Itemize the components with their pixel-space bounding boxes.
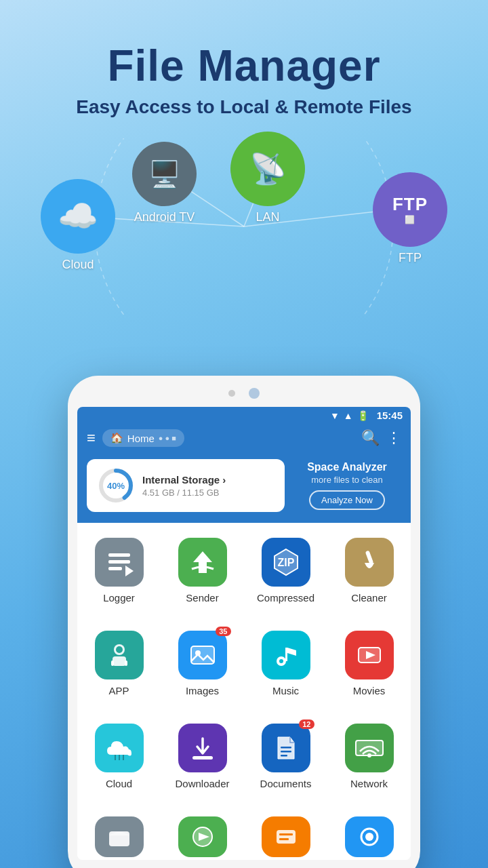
downloader-label: Downloader [175, 778, 229, 789]
home-pill[interactable]: 🏠 Home ● ● ■ [102, 429, 184, 447]
svg-rect-26 [281, 747, 291, 749]
battery-icon: 🔋 [357, 410, 369, 421]
header-section: File Manager Easy Access to Local & Remo… [0, 0, 488, 132]
lan-circle: 📡 [230, 132, 305, 206]
app-item-partial4[interactable] [327, 808, 411, 860]
app-item-cloud2[interactable]: Cloud [77, 715, 161, 795]
svg-point-21 [279, 659, 283, 663]
tv-circle: 🖥️ [132, 142, 197, 206]
app-item-music[interactable]: Music [244, 623, 327, 702]
logger-icon [95, 538, 144, 587]
app-item-app[interactable]: APP [77, 623, 161, 702]
svg-marker-10 [125, 566, 134, 576]
app-item-logger[interactable]: Logger [77, 530, 161, 609]
ftp-circle: FTP ⬜ [373, 172, 447, 247]
phone-sensor [228, 390, 235, 397]
tv-label: Android TV [134, 210, 195, 224]
svg-point-14 [116, 646, 123, 653]
app-item-network[interactable]: Network [327, 715, 411, 795]
storage-section: 40% Internal Storage › 4.51 GB / 11.15 G… [77, 452, 411, 523]
app-item-documents[interactable]: 12 Documents [244, 715, 327, 795]
sender-label: Sender [186, 592, 218, 604]
app-item-partial2[interactable] [161, 808, 244, 860]
images-badge: 35 [216, 627, 230, 636]
app-title: File Manager [0, 41, 488, 91]
storage-donut: 40% [98, 467, 134, 504]
svg-rect-18 [191, 646, 214, 664]
phone-mockup: ▼ ▲ 🔋 15:45 ≡ 🏠 Home ● ● ■ 🔍 ⋮ [68, 376, 420, 868]
app-item-cleaner[interactable]: Cleaner [327, 530, 411, 609]
app-item-images[interactable]: 35 Images [161, 623, 244, 702]
svg-rect-36 [279, 838, 289, 840]
cleaner-label: Cleaner [351, 592, 387, 604]
ftp-icon-btn[interactable]: FTP ⬜ FTP [373, 172, 447, 265]
app-toolbar: ≡ 🏠 Home ● ● ■ 🔍 ⋮ [77, 424, 411, 452]
space-analyzer: Space Analyzer more files to clean Analy… [293, 459, 401, 512]
phone-outer: ▼ ▲ 🔋 15:45 ≡ 🏠 Home ● ● ■ 🔍 ⋮ [68, 376, 420, 868]
signal-icon: ▲ [344, 410, 353, 421]
svg-rect-34 [277, 830, 296, 844]
time-display: 15:45 [377, 410, 403, 421]
lan-icon-btn[interactable]: 📡 LAN [230, 132, 305, 224]
sender-icon [178, 538, 227, 587]
app-item-compressed[interactable]: ZIP Compressed [244, 530, 327, 609]
app-grid-row1: Logger Sender [77, 523, 411, 616]
music-icon [262, 631, 310, 679]
app-item-partial3[interactable] [244, 808, 327, 860]
svg-rect-9 [108, 567, 122, 570]
analyze-now-button[interactable]: Analyze Now [309, 490, 385, 510]
svg-rect-28 [281, 755, 287, 757]
svg-rect-12 [365, 551, 373, 565]
phone-top-bar [77, 388, 411, 399]
images-icon: 35 [178, 631, 227, 679]
storage-size: 4.51 GB / 11.15 GB [142, 488, 226, 498]
documents-icon: 12 [262, 724, 310, 772]
music-label: Music [272, 685, 299, 696]
android-tv-icon-btn[interactable]: 🖥️ Android TV [132, 142, 197, 224]
sa-sub: more files to clean [311, 475, 383, 485]
compressed-icon: ZIP [262, 538, 310, 587]
app-item-sender[interactable]: Sender [161, 530, 244, 609]
menu-icon[interactable]: ≡ [87, 429, 96, 447]
svg-rect-8 [108, 560, 130, 564]
storage-info: Internal Storage › 4.51 GB / 11.15 GB [142, 474, 226, 498]
storage-arrow: › [222, 474, 226, 486]
svg-rect-15 [113, 656, 126, 666]
app-icon [95, 631, 144, 679]
network-label: Network [350, 778, 388, 789]
partial4-icon [345, 816, 394, 857]
lan-label: LAN [256, 210, 279, 224]
partial1-icon [95, 816, 144, 857]
logger-label: Logger [103, 592, 135, 604]
app-grid-partial [77, 802, 411, 860]
documents-badge: 12 [299, 719, 314, 729]
downloader-icon [178, 724, 227, 772]
ftp-label: FTP [399, 251, 422, 265]
movies-label: Movies [353, 685, 386, 696]
app-label: APP [108, 685, 129, 696]
svg-rect-17 [125, 660, 127, 666]
phone-camera [249, 388, 260, 399]
svg-point-30 [367, 753, 371, 757]
app-grid-row2: APP 35 Images [77, 616, 411, 709]
app-item-downloader[interactable]: Downloader [161, 715, 244, 795]
cloud-circle: ☁️ [41, 179, 115, 254]
cloud-icon-btn[interactable]: ☁️ Cloud [41, 179, 115, 272]
phone-screen: ▼ ▲ 🔋 15:45 ≡ 🏠 Home ● ● ■ 🔍 ⋮ [77, 407, 411, 860]
search-icon[interactable]: 🔍 [361, 429, 380, 447]
sa-title: Space Analyzer [307, 461, 387, 473]
status-bar: ▼ ▲ 🔋 15:45 [77, 407, 411, 424]
movies-icon [345, 631, 394, 679]
app-item-partial1[interactable] [77, 808, 161, 860]
partial2-icon [178, 816, 227, 857]
cloud2-label: Cloud [106, 778, 132, 789]
breadcrumb-dots: ● ● ■ [159, 434, 176, 442]
home-icon: 🏠 [110, 432, 123, 444]
storage-title-text: Internal Storage [142, 474, 220, 486]
svg-rect-16 [111, 660, 114, 666]
cloud-label: Cloud [62, 258, 94, 272]
more-icon[interactable]: ⋮ [386, 429, 401, 447]
storage-card[interactable]: 40% Internal Storage › 4.51 GB / 11.15 G… [87, 459, 285, 512]
app-item-movies[interactable]: Movies [327, 623, 411, 702]
svg-rect-35 [279, 833, 293, 835]
